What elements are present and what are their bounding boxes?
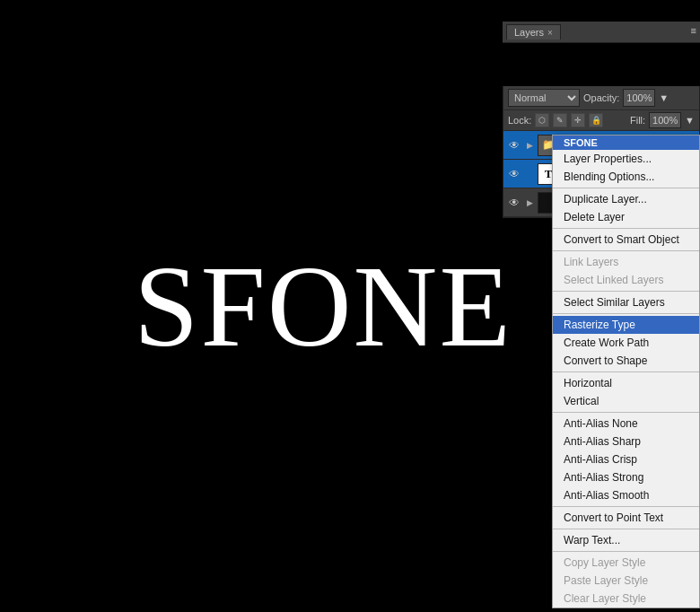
ctx-item-select-linked-layers: Select Linked Layers bbox=[553, 271, 699, 289]
opacity-input[interactable] bbox=[623, 89, 655, 107]
layer-expand-layer1[interactable]: ▶ bbox=[524, 196, 535, 210]
canvas-text: SFONE bbox=[134, 239, 512, 373]
ctx-item-anti-alias-none[interactable]: Anti-Alias None bbox=[553, 415, 699, 433]
ctx-item-link-layers: Link Layers bbox=[553, 253, 699, 271]
ctx-item-layer-properties[interactable]: Layer Properties... bbox=[553, 150, 699, 168]
ctx-header: SFONE bbox=[553, 136, 699, 150]
ctx-item-convert-to-smart-object[interactable]: Convert to Smart Object bbox=[553, 231, 699, 249]
ctx-separator-12 bbox=[553, 313, 699, 314]
fill-input[interactable] bbox=[649, 112, 681, 128]
opacity-percent: ▼ bbox=[659, 92, 669, 103]
ctx-separator-19 bbox=[553, 412, 699, 413]
ctx-item-convert-to-shape[interactable]: Convert to Shape bbox=[553, 352, 699, 370]
ctx-item-copy-layer-style: Copy Layer Style bbox=[553, 554, 699, 572]
layer-eye-group2[interactable]: 👁 bbox=[507, 138, 521, 153]
ctx-item-anti-alias-strong[interactable]: Anti-Alias Strong bbox=[553, 468, 699, 486]
ctx-item-clear-layer-style: Clear Layer Style bbox=[553, 590, 699, 608]
ctx-separator-7 bbox=[553, 250, 699, 251]
ctx-item-warp-text[interactable]: Warp Text... bbox=[553, 531, 699, 549]
ctx-item-rasterize-type[interactable]: Rasterize Type bbox=[553, 316, 699, 334]
ctx-item-convert-to-point-text[interactable]: Convert to Point Text bbox=[553, 509, 699, 527]
lock-transparent-btn[interactable]: ⬡ bbox=[535, 113, 549, 127]
layer-eye-layer1[interactable]: 👁 bbox=[507, 196, 521, 210]
fill-percent: ▼ bbox=[685, 115, 695, 126]
context-menu: SFONE Layer Properties...Blending Option… bbox=[552, 135, 700, 608]
layer-eye-sfone[interactable]: 👁 bbox=[507, 167, 521, 181]
ctx-item-horizontal[interactable]: Horizontal bbox=[553, 374, 699, 392]
ctx-item-anti-alias-sharp[interactable]: Anti-Alias Sharp bbox=[553, 433, 699, 450]
layers-lock-row: Lock: ⬡ ✎ ✛ 🔒 Fill: ▼ bbox=[503, 110, 699, 131]
lock-position-btn[interactable]: ✛ bbox=[571, 113, 585, 127]
ctx-item-anti-alias-crisp[interactable]: Anti-Alias Crisp bbox=[553, 450, 699, 468]
ctx-item-paste-layer-style: Paste Layer Style bbox=[553, 572, 699, 590]
blend-mode-select[interactable]: Normal bbox=[508, 89, 580, 107]
ctx-separator-16 bbox=[553, 372, 699, 372]
layers-tab-bar: Layers × ≡ bbox=[503, 22, 700, 43]
layers-tab-label: Layers bbox=[514, 27, 544, 38]
ctx-item-blending-options[interactable]: Blending Options... bbox=[553, 168, 699, 186]
fill-label: Fill: bbox=[630, 115, 645, 126]
ctx-separator-5 bbox=[553, 228, 699, 229]
ctx-separator-27 bbox=[553, 529, 699, 529]
ctx-item-vertical[interactable]: Vertical bbox=[553, 392, 699, 410]
ctx-item-duplicate-layer[interactable]: Duplicate Layer... bbox=[553, 190, 699, 208]
layers-controls: Normal Opacity: ▼ bbox=[503, 86, 699, 110]
ctx-item-delete-layer[interactable]: Delete Layer bbox=[553, 208, 699, 226]
ctx-separator-10 bbox=[553, 291, 699, 292]
ctx-separator-29 bbox=[553, 551, 699, 552]
layers-tab[interactable]: Layers × bbox=[506, 24, 561, 39]
layers-tab-close[interactable]: × bbox=[547, 28, 553, 38]
panel-menu-icon[interactable]: ≡ bbox=[691, 25, 696, 36]
lock-label: Lock: bbox=[508, 115, 531, 126]
ctx-separator-25 bbox=[553, 506, 699, 507]
lock-image-btn[interactable]: ✎ bbox=[553, 113, 567, 127]
layer-expand-group2[interactable]: ▶ bbox=[524, 138, 535, 153]
ctx-item-create-work-path[interactable]: Create Work Path bbox=[553, 334, 699, 352]
opacity-label: Opacity: bbox=[583, 92, 619, 103]
ctx-item-anti-alias-smooth[interactable]: Anti-Alias Smooth bbox=[553, 486, 699, 504]
ctx-separator-2 bbox=[553, 188, 699, 188]
lock-all-btn[interactable]: 🔒 bbox=[589, 113, 603, 127]
ctx-item-select-similar-layers[interactable]: Select Similar Layers bbox=[553, 293, 699, 311]
